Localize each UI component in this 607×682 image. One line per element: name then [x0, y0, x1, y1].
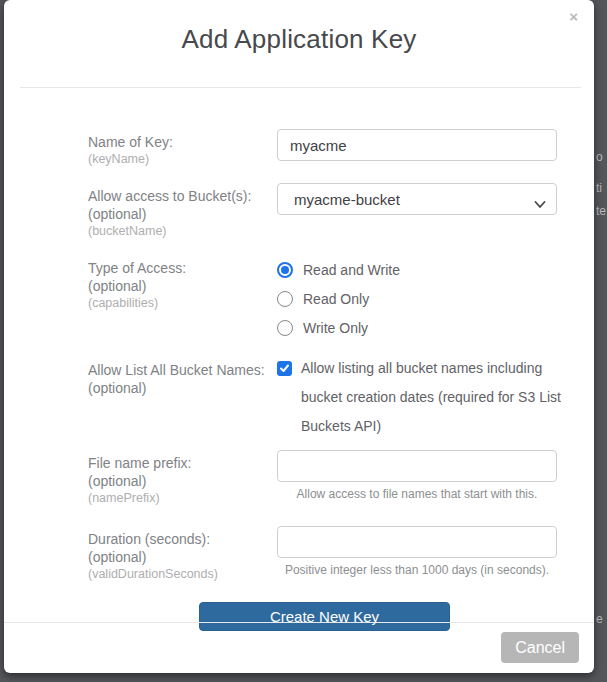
modal-body: Name of Key: (keyName) Allow access to B… [4, 88, 594, 631]
form-row-list-buckets: Allow List All Bucket Names: (optional) … [88, 357, 561, 441]
duration-optional-label: (optional) [88, 548, 277, 566]
key-name-sublabel: (keyName) [88, 151, 277, 168]
page-title: Add Application Key [4, 22, 594, 56]
radio-selected-icon [277, 262, 293, 278]
radio-unselected-icon [277, 291, 293, 307]
name-prefix-hint: Allow access to file names that start wi… [277, 487, 557, 501]
access-type-label: Type of Access: [88, 259, 277, 277]
duration-input[interactable] [277, 526, 557, 558]
bucket-optional-label: (optional) [88, 205, 277, 223]
key-name-input[interactable] [277, 129, 557, 161]
modal-backdrop: o ti te e × Add Application Key Name of … [0, 0, 607, 682]
list-buckets-label: Allow List All Bucket Names: [88, 361, 277, 379]
radio-unselected-icon [277, 320, 293, 336]
key-name-label: Name of Key: [88, 133, 277, 151]
modal-footer: Cancel [4, 622, 594, 673]
background-page-fragment: te [596, 204, 606, 218]
duration-sublabel: (validDurationSeconds) [88, 566, 277, 583]
cancel-button[interactable]: Cancel [501, 632, 579, 663]
background-page-fragment: e [596, 612, 603, 626]
bucket-label: Allow access to Bucket(s): [88, 187, 277, 205]
name-prefix-sublabel: (namePrefix) [88, 490, 277, 507]
form-row-name-prefix: File name prefix: (optional) (namePrefix… [88, 450, 561, 507]
list-buckets-optional-label: (optional) [88, 379, 277, 397]
access-type-sublabel: (capabilities) [88, 295, 277, 312]
radio-read-and-write[interactable]: Read and Write [277, 255, 561, 284]
form-row-key-name: Name of Key: (keyName) [88, 129, 561, 168]
bucket-select[interactable]: myacme-bucket [277, 183, 557, 215]
background-page-fragment: o [596, 150, 603, 164]
form-row-bucket: Allow access to Bucket(s): (optional) (b… [88, 183, 561, 240]
background-page-fragment: ti [596, 181, 602, 195]
checkbox-checked-icon[interactable] [277, 361, 292, 376]
duration-label: Duration (seconds): [88, 530, 277, 548]
bucket-select-value: myacme-bucket [294, 191, 400, 208]
form-row-access-type: Type of Access: (optional) (capabilities… [88, 255, 561, 342]
access-type-optional-label: (optional) [88, 277, 277, 295]
radio-read-only[interactable]: Read Only [277, 284, 561, 313]
name-prefix-optional-label: (optional) [88, 472, 277, 490]
bucket-sublabel: (bucketName) [88, 223, 277, 240]
modal-header: × Add Application Key [4, 0, 594, 88]
name-prefix-input[interactable] [277, 450, 557, 482]
chevron-down-icon [534, 195, 546, 213]
close-icon[interactable]: × [569, 9, 578, 24]
header-divider [20, 87, 581, 88]
form-row-duration: Duration (seconds): (optional) (validDur… [88, 526, 561, 583]
name-prefix-label: File name prefix: [88, 454, 277, 472]
list-buckets-description: Allow listing all bucket names including… [301, 354, 561, 441]
radio-write-only[interactable]: Write Only [277, 313, 561, 342]
duration-hint: Positive integer less than 1000 days (in… [277, 563, 557, 577]
list-buckets-checkbox-row: Allow listing all bucket names including… [277, 357, 561, 441]
add-application-key-modal: × Add Application Key Name of Key: (keyN… [4, 0, 594, 673]
